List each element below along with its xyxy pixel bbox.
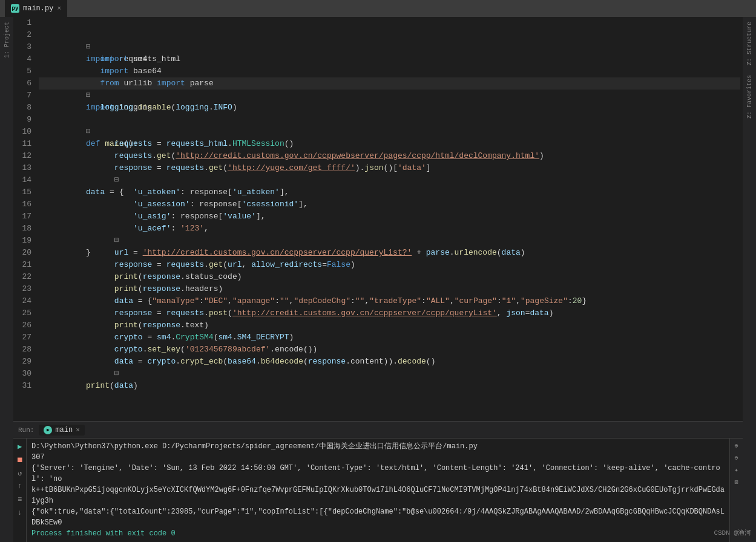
left-sidebar: 1: Project <box>0 17 13 542</box>
run-label: Run: <box>18 426 36 434</box>
fold-2[interactable]: ⊟ <box>86 42 91 51</box>
run-sidebar-icon2[interactable]: ⊖ <box>732 453 741 463</box>
run-output-line3: {'Server': 'Tengine', 'Date': 'Sun, 13 F… <box>31 463 725 485</box>
code-line-1 <box>39 17 740 29</box>
run-output-line6: Process finished with exit code 0 <box>31 528 725 539</box>
code-line-14: 'u_atoken': response['u_atoken'], <box>39 174 740 186</box>
structure-label: Z: Structure <box>746 17 753 70</box>
code-line-9: ⊟ def main(): <box>39 114 740 126</box>
run-sidebar-icon4[interactable]: ⊠ <box>732 477 741 487</box>
run-settings-button[interactable]: ≡ <box>15 494 25 505</box>
editor-tab[interactable]: py main.py × <box>5 0 67 17</box>
line-numbers: 1 2 3 4 5 6 7 8 9 10 11 12 13 14 15 16 1… <box>13 17 36 421</box>
run-scroll-down-button[interactable]: ↓ <box>15 508 25 518</box>
run-output-line4: k++tB6BUKnPxpG5ijoqgcnKOLyjx5eYcXICKfQWd… <box>31 485 725 506</box>
code-line-7: logging.disable(logging.INFO) <box>39 90 740 102</box>
run-sidebar-icon1[interactable]: ⊕ <box>732 441 741 451</box>
editor-container: 1 2 3 4 5 6 7 8 9 10 11 12 13 14 15 16 1… <box>13 17 743 542</box>
run-output-line1: D:\Python\Python37\python.exe D:/Pycharm… <box>31 441 725 452</box>
run-scroll-up-button[interactable]: ↑ <box>15 481 25 492</box>
favorites-label: Z: Favorites <box>746 70 753 123</box>
branding-text: CSDN @渔河 <box>714 529 751 537</box>
fold-29[interactable]: ⊟ <box>114 369 119 378</box>
code-editor[interactable]: 1 2 3 4 5 6 7 8 9 10 11 12 13 14 15 16 1… <box>13 17 743 421</box>
run-tab-label: main <box>55 426 73 434</box>
tab-py-icon: py <box>11 4 19 13</box>
code-line-10: requests = requests_html.HTMLSession() <box>39 126 740 138</box>
fold-9[interactable]: ⊟ <box>86 127 91 136</box>
code-line-31 <box>39 380 740 392</box>
code-line-19: url = 'http://credit.customs.gov.cn/ccpp… <box>39 235 740 247</box>
run-play-button[interactable]: ▶ <box>15 441 25 452</box>
tab-close-button[interactable]: × <box>57 5 61 12</box>
run-tab-bar: Run: ▶ main × <box>13 422 743 439</box>
run-output-line2: 307 <box>31 452 725 463</box>
bottom-panel: Run: ▶ main × ▶ ⏹ ↺ ↑ ≡ ↓ <box>13 421 743 542</box>
run-tab-close[interactable]: × <box>76 426 80 434</box>
tab-label: main.py <box>23 4 53 13</box>
run-tab-icon: ▶ <box>44 426 52 434</box>
run-output: D:\Python\Python37\python.exe D:/Pycharm… <box>27 439 729 542</box>
project-label: 1: Project <box>4 17 10 63</box>
main-content: 1: Project 1 2 3 4 5 6 7 8 9 10 11 12 13… <box>0 17 756 542</box>
fold-13[interactable]: ⊟ <box>114 175 119 184</box>
run-restart-button[interactable]: ↺ <box>15 468 25 478</box>
branding: CSDN @渔河 <box>714 528 751 537</box>
run-sidebar-icon3[interactable]: ✦ <box>732 465 741 475</box>
code-line-2: ⊟ import requests_html <box>39 29 740 41</box>
title-bar: py main.py × <box>0 0 756 17</box>
run-output-line5: {"ok":true,"data":{"totalCount":23985,"c… <box>31 506 725 528</box>
fold-6[interactable]: ⊟ <box>86 91 91 100</box>
code-area[interactable]: ⊟ import requests_html import sm4 import… <box>36 17 743 421</box>
code-line-30 <box>39 368 740 380</box>
fold-18[interactable]: ⊟ <box>114 236 119 245</box>
run-tab[interactable]: ▶ main × <box>39 425 84 436</box>
code-line-3: import sm4 <box>39 41 740 53</box>
run-stop-button[interactable]: ⏹ <box>15 454 25 465</box>
